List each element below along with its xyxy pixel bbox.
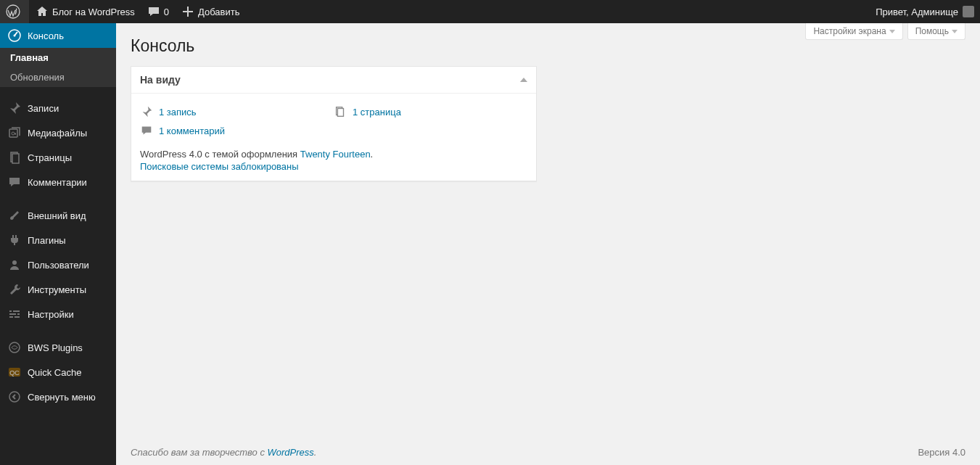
footer-thanks: Спасибо вам за творчество с WordPress. (131, 447, 316, 458)
greeting-text: Привет, Админище (876, 7, 958, 17)
svg-point-11 (9, 392, 20, 402)
menu-tools[interactable]: Инструменты (0, 277, 116, 302)
comment-icon (147, 4, 161, 19)
svg-rect-6 (12, 154, 19, 163)
comments-link[interactable]: 1 комментарий (159, 125, 225, 136)
media-icon (7, 125, 22, 140)
pages-icon (7, 150, 22, 165)
glance-comments: 1 комментарий (140, 121, 527, 140)
svg-text:QC: QC (9, 369, 20, 376)
wrench-icon (7, 282, 22, 297)
menu-label: Свернуть меню (28, 392, 96, 403)
menu-label: Записи (28, 103, 59, 114)
screen-options-label: Настройки экрана (813, 26, 886, 36)
menu-label: Внешний вид (28, 210, 86, 221)
footer-version: Версия 4.0 (918, 447, 965, 458)
at-a-glance-widget: На виду 1 запись 1 страница 1 комментари… (131, 66, 537, 181)
comments-count: 0 (164, 7, 169, 17)
widget-body: 1 запись 1 страница 1 комментарий WordPr… (131, 94, 536, 181)
admin-menu: Консоль Главная Обновления Записи Медиаф… (0, 23, 116, 465)
chevron-up-icon[interactable] (520, 78, 527, 82)
svg-point-7 (12, 260, 17, 265)
submenu-home[interactable]: Главная (0, 48, 116, 67)
menu-media[interactable]: Медиафайлы (0, 120, 116, 145)
menu-dashboard[interactable]: Консоль (0, 23, 116, 48)
menu-collapse[interactable]: Свернуть меню (0, 384, 116, 409)
menu-label: Quick Cache (28, 367, 81, 378)
menu-label: Медиафайлы (28, 128, 87, 139)
search-blocked-link[interactable]: Поисковые системы заблокированы (140, 161, 299, 172)
menu-label: Страницы (28, 152, 72, 163)
comments-link[interactable]: 0 (141, 0, 175, 23)
comment-icon (140, 124, 153, 137)
avatar (963, 6, 974, 17)
posts-link[interactable]: 1 запись (159, 107, 197, 118)
sliders-icon (7, 307, 22, 321)
header-tabs: Настройки экрана Помощь (805, 23, 965, 40)
widget-header[interactable]: На виду (131, 67, 536, 94)
search-blocked: Поисковые системы заблокированы (140, 161, 527, 172)
brush-icon (7, 208, 22, 223)
theme-prefix: WordPress 4.0 с темой оформления (140, 149, 300, 160)
svg-point-8 (9, 342, 20, 353)
svg-point-4 (12, 132, 15, 135)
pin-icon (140, 105, 153, 118)
menu-label: Плагины (28, 235, 66, 246)
footer: Спасибо вам за творчество с WordPress. В… (116, 440, 980, 465)
menu-bws[interactable]: BWS Plugins (0, 335, 116, 360)
menu-label: Настройки (28, 309, 74, 320)
wp-logo[interactable] (0, 0, 29, 23)
menu-quickcache[interactable]: QC Quick Cache (0, 360, 116, 384)
theme-info: WordPress 4.0 с темой оформления Twenty … (140, 149, 527, 160)
svg-point-2 (14, 35, 16, 37)
comment-icon (7, 175, 22, 189)
menu-label: Пользователи (28, 260, 89, 271)
theme-link[interactable]: Twenty Fourteen (300, 149, 371, 160)
site-name: Блог на WordPress (52, 7, 135, 17)
help-label: Помощь (915, 26, 949, 36)
site-name-link[interactable]: Блог на WordPress (29, 0, 141, 23)
submenu-dashboard: Главная Обновления (0, 48, 116, 87)
svg-rect-3 (9, 129, 17, 137)
help-tab[interactable]: Помощь (907, 23, 965, 40)
submenu-updates[interactable]: Обновления (0, 67, 116, 87)
footer-wp-link[interactable]: WordPress (268, 447, 314, 458)
menu-comments[interactable]: Комментарии (0, 170, 116, 194)
menu-label: Инструменты (28, 284, 86, 295)
menu-label: Консоль (28, 30, 64, 41)
widget-title: На виду (140, 74, 181, 86)
plus-icon (181, 4, 195, 19)
content-area: Настройки экрана Помощь Консоль На виду … (116, 23, 980, 465)
chevron-down-icon (889, 30, 895, 33)
menu-users[interactable]: Пользователи (0, 252, 116, 277)
menu-label: BWS Plugins (28, 342, 83, 353)
user-greeting[interactable]: Привет, Админище (870, 0, 980, 23)
footer-thanks-suffix: . (314, 447, 317, 458)
glance-posts: 1 запись (140, 102, 334, 121)
separator (0, 326, 116, 335)
menu-pages[interactable]: Страницы (0, 145, 116, 170)
add-new-label: Добавить (198, 7, 239, 17)
menu-appearance[interactable]: Внешний вид (0, 203, 116, 228)
bws-icon (7, 340, 22, 355)
user-icon (7, 258, 22, 272)
separator (0, 87, 116, 96)
theme-suffix: . (371, 149, 374, 160)
dashboard-icon (7, 28, 22, 43)
wordpress-icon (6, 4, 20, 19)
menu-plugins[interactable]: Плагины (0, 228, 116, 252)
pages-icon (334, 105, 347, 118)
pages-link[interactable]: 1 страница (353, 107, 401, 118)
add-new-link[interactable]: Добавить (175, 0, 245, 23)
separator (0, 194, 116, 203)
admin-bar: Блог на WordPress 0 Добавить Привет, Адм… (0, 0, 980, 23)
quickcache-icon: QC (7, 365, 22, 379)
menu-posts[interactable]: Записи (0, 96, 116, 120)
menu-label: Комментарии (28, 177, 87, 188)
glance-pages: 1 страница (334, 102, 527, 121)
screen-options-tab[interactable]: Настройки экрана (805, 23, 902, 40)
plug-icon (7, 233, 22, 247)
home-icon (35, 4, 49, 19)
collapse-icon (7, 390, 22, 404)
menu-settings[interactable]: Настройки (0, 302, 116, 326)
